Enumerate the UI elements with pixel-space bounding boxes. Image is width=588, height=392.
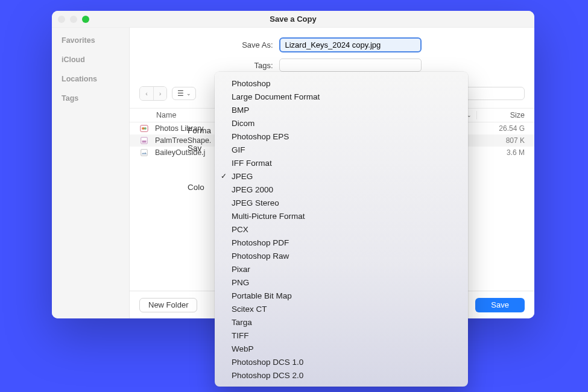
format-option[interactable]: Multi-Picture Format [215,209,468,223]
format-option[interactable]: Large Document Format [215,90,468,103]
format-option[interactable]: Dicom [215,116,468,130]
color-label: Colo [188,183,211,192]
format-option[interactable]: Photoshop PDF [215,236,468,249]
tags-label: Tags: [165,61,273,70]
hidden-option-labels: Forma Sav Colo [188,126,211,192]
sidebar-item-favorites[interactable]: Favorites [62,36,119,45]
new-folder-button[interactable]: New Folder [139,298,197,312]
history-nav: ‹ › [139,86,167,101]
save-as-input[interactable] [279,37,422,52]
save-as-label: Save As: [165,40,273,49]
new-folder-label: New Folder [148,300,188,309]
image-file-icon [139,136,149,145]
photos-library-icon [139,124,149,133]
chevron-left-icon: ‹ [145,90,148,97]
sidebar-item-locations[interactable]: Locations [62,75,119,83]
sidebar-item-icloud[interactable]: iCloud [62,55,119,64]
window-title: Save a Copy [52,14,534,24]
format-option[interactable]: Photoshop DCS 1.0 [215,355,468,368]
list-icon: ☰ [177,89,184,98]
format-option[interactable]: Photoshop Raw [215,249,468,262]
file-size: 26.54 G [476,124,525,133]
format-option[interactable]: Targa [215,315,468,329]
format-option[interactable]: Scitex CT [215,302,468,315]
format-option[interactable]: JPEG Stereo [215,196,468,209]
back-button[interactable]: ‹ [140,87,153,100]
file-size: 3.6 M [476,148,525,157]
file-size: 807 K [476,136,525,145]
format-label: Forma [188,126,211,135]
titlebar: Save a Copy [52,11,534,28]
format-option[interactable]: PNG [215,276,468,289]
format-option[interactable]: Photoshop [215,77,468,90]
format-option[interactable]: GIF [215,143,468,156]
format-option[interactable]: Photoshop EPS [215,130,468,143]
forward-button[interactable]: › [153,87,166,100]
chevron-right-icon: › [159,90,162,97]
save-button-label: Save [491,300,509,309]
sidebar-item-tags[interactable]: Tags [62,94,119,103]
tags-input[interactable] [279,58,422,72]
view-mode-button[interactable]: ☰ ⌄ [172,87,196,100]
save-button[interactable]: Save [475,298,525,312]
svg-point-2 [144,127,147,130]
format-option[interactable]: JPEG 2000 [215,183,468,196]
format-option[interactable]: Portable Bit Map [215,289,468,302]
svg-rect-4 [142,141,147,143]
format-option[interactable]: WebP [215,342,468,355]
format-option[interactable]: TIFF [215,329,468,342]
format-option[interactable]: JPEG [215,169,468,183]
chevron-down-icon: ⌄ [186,90,191,96]
format-option[interactable]: IFF Format [215,156,468,169]
jpeg-file-icon [139,148,149,157]
format-option[interactable]: PCX [215,223,468,236]
sidebar: Favorites iCloud Locations Tags [52,28,130,318]
column-size[interactable]: Size [476,111,525,119]
format-dropdown[interactable]: PhotoshopLarge Document FormatBMPDicomPh… [215,72,468,387]
svg-rect-5 [141,150,148,156]
format-option[interactable]: BMP [215,103,468,116]
save-options-label: Sav [188,144,211,153]
format-option[interactable]: Pixar [215,262,468,276]
format-option[interactable]: Photoshop DCS 2.0 [215,368,468,382]
